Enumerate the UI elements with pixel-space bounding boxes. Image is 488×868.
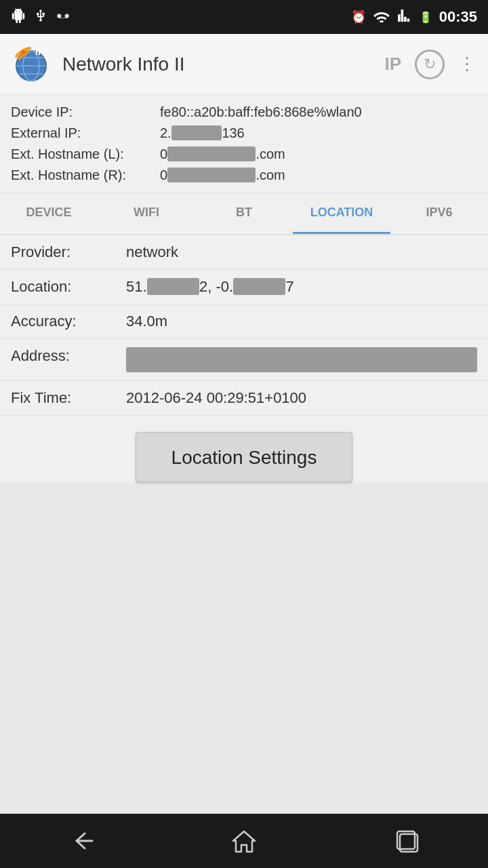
ext-hostname-r-value: 0 .com bbox=[160, 167, 477, 183]
address-blurred bbox=[126, 347, 477, 372]
provider-row: Provider: network bbox=[0, 235, 488, 270]
location-value: 51. 2, -0. 7 bbox=[126, 278, 477, 296]
ext-hostname-r-row: Ext. Hostname (R): 0 .com bbox=[11, 165, 477, 186]
ext-ip-blurred bbox=[171, 125, 222, 140]
fixtime-label: Fix Time: bbox=[11, 389, 126, 407]
tab-location[interactable]: LOCATION bbox=[293, 193, 390, 234]
status-time: 00:35 bbox=[439, 8, 477, 26]
external-ip-row: External IP: 2. 136 bbox=[11, 123, 477, 144]
tab-bar: DEVICE WIFI BT LOCATION IPV6 bbox=[0, 193, 488, 235]
refresh-button[interactable]: ↻ bbox=[415, 50, 445, 79]
alarm-icon: ⏰ bbox=[351, 9, 366, 24]
signal-icon bbox=[397, 9, 412, 26]
external-ip-label: External IP: bbox=[11, 125, 160, 141]
status-icons-left bbox=[11, 8, 70, 26]
device-ip-value: fe80::a20b:baff:feb6:868e%wlan0 bbox=[160, 104, 477, 120]
loc-suffix: 7 bbox=[285, 278, 293, 295]
app-logo: II bbox=[11, 44, 52, 85]
back-button[interactable] bbox=[54, 821, 108, 861]
status-icons-right: ⏰ 🔋 00:35 bbox=[351, 8, 477, 26]
more-button[interactable]: ⋮ bbox=[458, 54, 477, 75]
hostname-l-blurred bbox=[167, 146, 256, 161]
app-bar-actions: IP ↻ ⋮ bbox=[384, 50, 477, 79]
ext-hostname-l-row: Ext. Hostname (L): 0 .com bbox=[11, 144, 477, 165]
ext-ip-suffix: 136 bbox=[222, 125, 244, 140]
ext-hostname-l-label: Ext. Hostname (L): bbox=[11, 146, 160, 162]
location-label: Location: bbox=[11, 278, 126, 296]
provider-label: Provider: bbox=[11, 243, 126, 261]
address-value bbox=[126, 347, 477, 372]
location-row: Location: 51. 2, -0. 7 bbox=[0, 270, 488, 304]
hostname-r-suffix: .com bbox=[256, 167, 285, 182]
loc-prefix: 51. bbox=[126, 278, 147, 295]
accuracy-value: 34.0m bbox=[126, 313, 477, 330]
address-row: Address: bbox=[0, 339, 488, 381]
address-label: Address: bbox=[11, 347, 126, 365]
tab-ipv6[interactable]: IPV6 bbox=[390, 193, 488, 234]
location-settings-button[interactable]: Location Settings bbox=[136, 432, 352, 482]
ext-ip-prefix: 2. bbox=[160, 125, 171, 140]
navigation-bar bbox=[0, 814, 488, 868]
tab-device[interactable]: DEVICE bbox=[0, 193, 98, 234]
voicemail-icon bbox=[56, 10, 70, 24]
loc-mid: 2, -0. bbox=[199, 278, 233, 295]
app-title: Network Info II bbox=[62, 54, 373, 75]
device-ip-row: Device IP: fe80::a20b:baff:feb6:868e%wla… bbox=[11, 102, 477, 123]
ext-hostname-r-label: Ext. Hostname (R): bbox=[11, 167, 160, 183]
android-icon bbox=[11, 8, 26, 26]
external-ip-value: 2. 136 bbox=[160, 125, 477, 141]
hostname-r-prefix: 0 bbox=[160, 167, 167, 182]
network-info-section: Device IP: fe80::a20b:baff:feb6:868e%wla… bbox=[0, 95, 488, 193]
svg-point-5 bbox=[21, 50, 25, 54]
hostname-l-suffix: .com bbox=[256, 146, 285, 161]
tab-bt[interactable]: BT bbox=[195, 193, 293, 234]
tab-wifi[interactable]: WIFI bbox=[98, 193, 195, 234]
svg-text:II: II bbox=[35, 46, 41, 57]
fixtime-row: Fix Time: 2012-06-24 00:29:51+0100 bbox=[0, 381, 488, 416]
app-bar: II Network Info II IP ↻ ⋮ bbox=[0, 34, 488, 95]
hostname-l-prefix: 0 bbox=[160, 146, 167, 161]
ext-hostname-l-value: 0 .com bbox=[160, 146, 477, 162]
wifi-icon bbox=[373, 9, 390, 26]
usb-icon bbox=[34, 9, 47, 26]
location-content: Provider: network Location: 51. 2, -0. 7… bbox=[0, 235, 488, 482]
status-bar: ⏰ 🔋 00:35 bbox=[0, 0, 488, 34]
accuracy-label: Accuracy: bbox=[11, 313, 126, 330]
loc-blurred2 bbox=[233, 278, 285, 295]
device-ip-label: Device IP: bbox=[11, 104, 160, 120]
hostname-r-blurred bbox=[167, 167, 256, 182]
refresh-icon: ↻ bbox=[424, 56, 436, 73]
recent-apps-button[interactable] bbox=[380, 821, 434, 861]
loc-blurred1 bbox=[147, 278, 199, 295]
accuracy-row: Accuracy: 34.0m bbox=[0, 304, 488, 339]
provider-value: network bbox=[126, 243, 477, 261]
home-button[interactable] bbox=[217, 821, 271, 861]
battery-icon: 🔋 bbox=[419, 11, 432, 24]
ip-button[interactable]: IP bbox=[384, 54, 401, 75]
fixtime-value: 2012-06-24 00:29:51+0100 bbox=[126, 389, 477, 407]
